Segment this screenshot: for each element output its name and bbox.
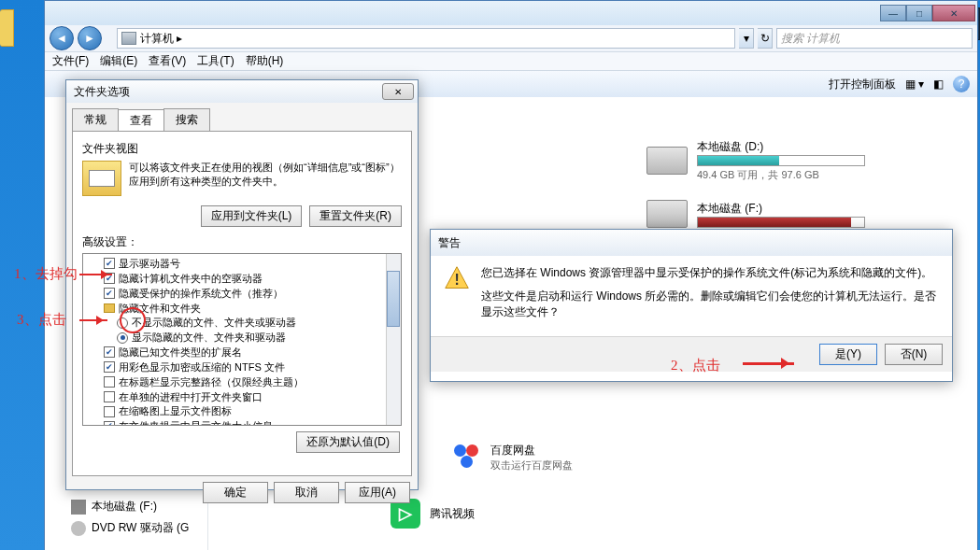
tab-strip: 常规 查看 搜索 — [66, 103, 418, 131]
checkbox[interactable] — [104, 376, 115, 388]
svg-text:!: ! — [454, 272, 459, 288]
app-title: 腾讯视频 — [430, 506, 475, 522]
minimize-button[interactable]: — — [880, 5, 906, 21]
checkbox[interactable] — [104, 421, 115, 426]
adv-item-label: 用彩色显示加密或压缩的 NTFS 文件 — [119, 360, 285, 374]
apply-button[interactable]: 应用(A) — [345, 482, 410, 503]
menu-file[interactable]: 文件(F) — [52, 53, 89, 69]
folder-options-dialog: 文件夹选项 ✕ 常规 查看 搜索 文件夹视图 可以将该文件夹正在使用的视图（例如… — [65, 79, 419, 490]
annotation-1: 1、去掉勾 — [14, 265, 78, 283]
dvd-icon — [71, 521, 86, 536]
menu-help[interactable]: 帮助(H) — [246, 53, 284, 69]
drive-d[interactable]: 本地磁盘 (D:) 49.4 GB 可用，共 97.6 GB — [646, 139, 865, 182]
address-dropdown[interactable]: ▾ — [739, 28, 754, 49]
drive-bar — [697, 217, 865, 228]
help-icon[interactable]: ? — [953, 76, 970, 92]
folder-view-heading: 文件夹视图 — [82, 141, 402, 157]
cancel-button[interactable]: 取消 — [274, 482, 339, 503]
adv-item-label: 在文件夹提示中显示文件大小信息 — [119, 419, 273, 426]
adv-item[interactable]: 隐藏已知文件类型的扩展名 — [85, 346, 399, 360]
adv-item[interactable]: 在缩略图上显示文件图标 — [85, 404, 399, 419]
checkbox[interactable] — [104, 258, 115, 269]
address-bar[interactable]: 计算机 ▸ — [117, 28, 735, 49]
adv-item-label: 显示驱动器号 — [119, 257, 180, 271]
folder-view-text: 可以将该文件夹正在使用的视图（例如“详细信息”或“图标”）应用到所有这种类型的文… — [129, 161, 402, 196]
adv-item-label: 显示隐藏的文件、文件夹和驱动器 — [132, 331, 286, 345]
adv-item-label: 隐藏受保护的操作系统文件（推荐） — [119, 287, 283, 301]
nav-row: ◄ ► 计算机 ▸ ▾ ↻ 搜索 计算机 — [45, 25, 977, 52]
sidebar-item-label: DVD RW 驱动器 (G — [92, 520, 189, 536]
checkbox[interactable] — [104, 406, 115, 417]
dialog-titlebar: 文件夹选项 ✕ — [66, 80, 418, 103]
checkbox[interactable] — [104, 361, 115, 373]
scrollbar[interactable] — [386, 254, 401, 425]
back-button[interactable]: ◄ — [50, 26, 74, 50]
left-stub-badge — [0, 9, 14, 47]
sidebar-item-dvd[interactable]: DVD RW 驱动器 (G — [45, 517, 207, 539]
advanced-label: 高级设置： — [82, 234, 402, 250]
forward-button[interactable]: ► — [78, 26, 102, 50]
menu-tools[interactable]: 工具(T) — [197, 53, 234, 69]
maximize-button[interactable]: □ — [906, 5, 932, 21]
checkbox[interactable] — [104, 288, 115, 299]
tab-body: 文件夹视图 可以将该文件夹正在使用的视图（例如“详细信息”或“图标”）应用到所有… — [72, 131, 412, 476]
annotation-3-circle — [120, 307, 146, 333]
app-title: 百度网盘 — [490, 443, 573, 458]
warning-icon: ! — [444, 265, 470, 291]
adv-item-label: 在单独的进程中打开文件夹窗口 — [119, 390, 263, 404]
restore-defaults-button[interactable]: 还原为默认值(D) — [296, 431, 400, 453]
folder-icon — [104, 303, 115, 313]
computer-icon — [121, 32, 136, 45]
tab-view[interactable]: 查看 — [118, 109, 164, 132]
ok-button[interactable]: 确定 — [203, 482, 268, 503]
warning-line1: 您已选择在 Windows 资源管理器中显示受保护的操作系统文件(标记为系统和隐… — [481, 265, 939, 281]
adv-item[interactable]: 用彩色显示加密或压缩的 NTFS 文件 — [85, 360, 399, 375]
drive-f[interactable]: 本地磁盘 (F:) — [646, 200, 865, 228]
annotation-3-arrow — [79, 319, 107, 321]
advanced-settings-list[interactable]: 显示驱动器号隐藏计算机文件夹中的空驱动器隐藏受保护的操作系统文件（推荐）隐藏文件… — [82, 253, 402, 426]
adv-item[interactable]: 在标题栏显示完整路径（仅限经典主题） — [85, 375, 399, 390]
drive-icon — [646, 147, 688, 175]
no-button[interactable]: 否(N) — [885, 344, 943, 365]
refresh-button[interactable]: ↻ — [758, 28, 773, 49]
adv-item[interactable]: 隐藏计算机文件夹中的空驱动器 — [85, 272, 399, 287]
adv-item-label: 隐藏计算机文件夹中的空驱动器 — [119, 272, 263, 286]
adv-item[interactable]: 显示驱动器号 — [85, 257, 399, 272]
drive-label: 本地磁盘 (D:) — [697, 139, 865, 155]
search-input[interactable]: 搜索 计算机 — [776, 28, 973, 49]
drive-info: 49.4 GB 可用，共 97.6 GB — [697, 168, 865, 182]
baidu-icon — [451, 444, 481, 471]
open-control-panel[interactable]: 打开控制面板 — [829, 77, 896, 92]
menu-edit[interactable]: 编辑(E) — [100, 53, 137, 69]
breadcrumb[interactable]: 计算机 ▸ — [140, 31, 182, 47]
apply-to-folders-button[interactable]: 应用到文件夹(L) — [201, 205, 303, 227]
preview-pane-icon[interactable]: ◧ — [933, 78, 944, 91]
dialog-close-button[interactable]: ✕ — [382, 83, 414, 100]
tab-search[interactable]: 搜索 — [163, 108, 210, 131]
view-mode-icon[interactable]: ▦ ▾ — [905, 78, 924, 91]
drive-label: 本地磁盘 (F:) — [697, 201, 865, 217]
folder-view-icon — [82, 161, 121, 196]
drive-bar — [697, 155, 865, 166]
annotation-2: 2、点击 — [671, 357, 720, 374]
titlebar: — □ ✕ — [45, 1, 977, 25]
drive-icon — [646, 200, 688, 228]
baidu-netdisk[interactable]: 百度网盘 双击运行百度网盘 — [451, 443, 573, 472]
adv-item[interactable]: 在单独的进程中打开文件夹窗口 — [85, 390, 399, 405]
reset-folders-button[interactable]: 重置文件夹(R) — [309, 205, 402, 227]
adv-item[interactable]: 隐藏受保护的操作系统文件（推荐） — [85, 287, 399, 302]
close-button[interactable]: ✕ — [932, 5, 975, 21]
adv-item-label: 不显示隐藏的文件、文件夹或驱动器 — [132, 316, 296, 330]
warning-titlebar: 警告 — [431, 230, 952, 256]
menu-bar: 文件(F) 编辑(E) 查看(V) 工具(T) 帮助(H) — [45, 52, 977, 71]
adv-item[interactable]: 在文件夹提示中显示文件大小信息 — [85, 419, 399, 426]
checkbox[interactable] — [104, 346, 115, 358]
checkbox[interactable] — [104, 391, 115, 402]
menu-view[interactable]: 查看(V) — [149, 53, 186, 69]
scroll-thumb[interactable] — [387, 271, 400, 327]
tab-general[interactable]: 常规 — [72, 108, 119, 131]
annotation-1-arrow — [79, 274, 112, 275]
yes-button[interactable]: 是(Y) — [819, 344, 877, 365]
radio[interactable] — [117, 332, 128, 344]
adv-item-label: 在标题栏显示完整路径（仅限经典主题） — [119, 375, 304, 389]
